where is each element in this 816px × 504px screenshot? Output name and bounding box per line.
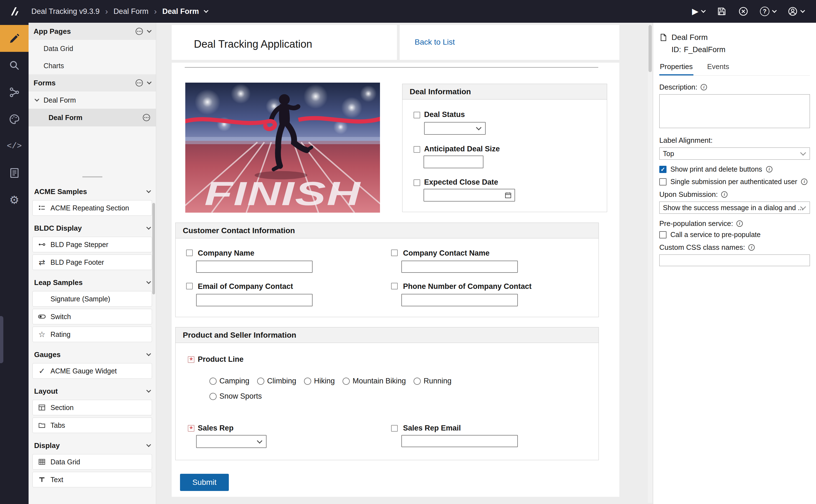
preview-button[interactable]: ▶ — [692, 7, 705, 16]
prepopulation-checkbox[interactable] — [659, 231, 667, 238]
rail-workflow-button[interactable] — [0, 79, 29, 106]
sales-rep-select[interactable] — [196, 435, 266, 448]
sales-rep-email-checkbox[interactable] — [391, 425, 398, 432]
palette-icon — [9, 113, 20, 125]
back-to-list-link[interactable]: Back to List — [415, 38, 455, 47]
drawer-handle[interactable] — [0, 316, 3, 363]
radio-option-climbing[interactable]: Climbing — [257, 377, 296, 385]
palette-item-data-grid[interactable]: Data Grid — [32, 454, 152, 470]
label-alignment-select[interactable]: Top — [659, 147, 810, 160]
contact-name-input[interactable] — [401, 261, 518, 273]
palette-item-label: Rating — [50, 330, 70, 338]
close-date-input[interactable] — [424, 189, 515, 202]
palette-group-bldc-display[interactable]: BLDC Display — [29, 220, 156, 237]
palette-item-acme-gauge-widget[interactable]: ✓ ACME Gauge Widget — [32, 363, 152, 379]
rail-code-button[interactable]: </> — [0, 133, 29, 159]
sidebar-group-forms[interactable]: Forms — [29, 74, 156, 91]
palette-item-text[interactable]: Text — [32, 472, 152, 487]
repeating-section-icon — [37, 204, 47, 212]
contact-email-checkbox[interactable] — [186, 283, 193, 289]
submit-button[interactable]: Submit — [180, 474, 229, 491]
sidebar-item-charts[interactable]: Charts — [29, 57, 156, 74]
sidebar-item-data-grid[interactable]: Data Grid — [29, 40, 156, 57]
form-document-icon — [659, 33, 668, 42]
sales-rep-email-input[interactable] — [401, 435, 518, 447]
contact-phone-checkbox[interactable] — [391, 283, 398, 289]
radio-label: Climbing — [267, 377, 296, 385]
info-icon[interactable] — [766, 166, 772, 172]
radio-option-snow-sports[interactable]: Snow Sports — [209, 392, 262, 401]
sidebar-scrollbar-thumb[interactable] — [152, 203, 155, 294]
rail-forms-button[interactable] — [0, 159, 29, 186]
app-logo-icon[interactable] — [0, 7, 29, 16]
tab-events[interactable]: Events — [707, 60, 730, 75]
sidebar-group-app-pages[interactable]: App Pages — [29, 23, 156, 40]
splitter-handle[interactable] — [82, 176, 102, 177]
description-textarea[interactable] — [659, 94, 810, 128]
palette-item-section[interactable]: Section — [32, 400, 152, 415]
product-line-options-row1: Camping Climbing Hiking Mountain Biking … — [209, 377, 452, 385]
more-options-icon[interactable] — [135, 78, 144, 87]
deal-size-input[interactable] — [424, 156, 484, 168]
upon-submission-select[interactable]: Show the success message in a dialog and… — [659, 202, 810, 214]
help-button[interactable]: ? — [760, 7, 776, 16]
palette-item-signature[interactable]: Signature (Sample) — [32, 291, 152, 307]
save-button[interactable] — [717, 6, 727, 16]
palette-group-display[interactable]: Display — [29, 437, 156, 454]
company-name-input[interactable] — [196, 261, 312, 273]
breadcrumb-current-form[interactable]: Deal Form — [162, 7, 199, 16]
rail-search-button[interactable] — [0, 52, 29, 79]
tree-item-deal-form-parent[interactable]: Deal Form — [29, 91, 156, 109]
custom-css-label: Custom CSS class names: — [659, 243, 745, 252]
account-button[interactable] — [788, 6, 804, 16]
rail-edit-button[interactable] — [0, 25, 29, 52]
radio-option-camping[interactable]: Camping — [209, 377, 249, 385]
palette-group-gauges[interactable]: Gauges — [29, 346, 156, 363]
custom-css-input[interactable] — [659, 254, 810, 266]
palette-item-bld-page-footer[interactable]: ⇄ BLD Page Footer — [32, 254, 152, 270]
palette-item-tabs[interactable]: Tabs — [32, 418, 152, 433]
tab-properties[interactable]: Properties — [659, 60, 693, 75]
info-icon[interactable] — [736, 220, 743, 227]
rail-settings-button[interactable]: ⚙ — [0, 186, 29, 213]
close-button[interactable] — [738, 6, 748, 16]
info-icon[interactable] — [721, 191, 728, 198]
deal-size-checkbox[interactable] — [414, 146, 420, 153]
rail-theme-button[interactable] — [0, 106, 29, 133]
deal-status-select[interactable] — [424, 122, 486, 135]
canvas-scrollbar[interactable] — [648, 25, 652, 503]
tree-item-deal-form-selected[interactable]: Deal Form — [29, 109, 156, 126]
breadcrumb-app-title[interactable]: Deal Tracking v9.3.9 — [31, 7, 100, 16]
palette-item-bld-page-stepper[interactable]: BLD Page Stepper — [32, 237, 152, 252]
info-icon[interactable] — [801, 179, 807, 185]
company-name-checkbox[interactable] — [186, 250, 193, 256]
single-submission-checkbox[interactable] — [659, 178, 667, 185]
deal-status-checkbox[interactable] — [414, 112, 420, 118]
show-print-checkbox[interactable] — [659, 166, 667, 173]
info-icon[interactable] — [748, 244, 755, 251]
radio-option-mountain-biking[interactable]: Mountain Biking — [342, 377, 406, 385]
radio-option-hiking[interactable]: Hiking — [304, 377, 335, 385]
contact-name-checkbox[interactable] — [391, 250, 398, 256]
palette-group-leap-samples[interactable]: Leap Samples — [29, 274, 156, 291]
radio-icon — [257, 378, 264, 385]
canvas-scrollbar-thumb[interactable] — [649, 25, 652, 72]
radio-option-running[interactable]: Running — [414, 377, 452, 385]
palette-item-label: Data Grid — [50, 458, 80, 466]
palette-item-rating[interactable]: ☆ Rating — [32, 327, 152, 342]
palette-group-layout[interactable]: Layout — [29, 383, 156, 400]
palette-item-switch[interactable]: Switch — [32, 309, 152, 324]
chevron-down-icon[interactable] — [147, 80, 152, 85]
calendar-icon[interactable] — [505, 192, 512, 199]
contact-email-input[interactable] — [196, 294, 312, 306]
more-options-icon[interactable] — [135, 27, 144, 36]
breadcrumb-deal-form[interactable]: Deal Form — [113, 7, 148, 16]
palette-group-acme-samples[interactable]: ACME Samples — [29, 183, 156, 200]
contact-phone-input[interactable] — [401, 294, 518, 306]
chevron-down-icon[interactable] — [147, 28, 152, 33]
palette-item-acme-repeating-section[interactable]: ACME Repeating Section — [32, 200, 152, 216]
info-icon[interactable] — [701, 84, 707, 90]
chevron-down-icon[interactable] — [204, 8, 208, 13]
more-options-icon[interactable] — [142, 113, 151, 122]
close-date-checkbox[interactable] — [414, 179, 420, 186]
